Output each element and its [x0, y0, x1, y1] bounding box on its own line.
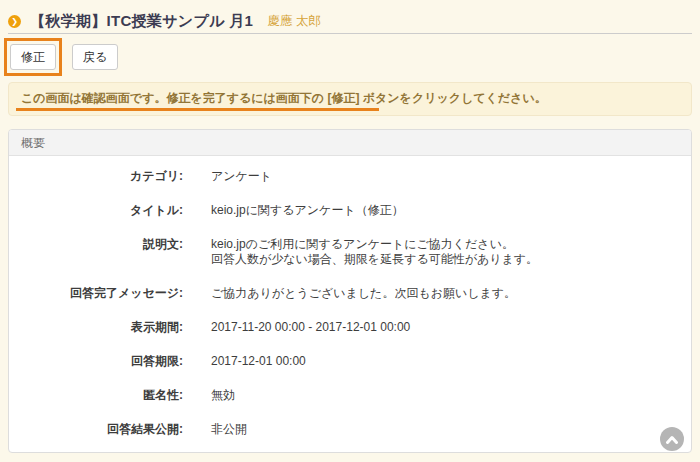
field-value: ご協力ありがとうございました。次回もお願いします。: [211, 286, 516, 301]
field-row-category: カテゴリ: アンケート: [9, 169, 691, 184]
edit-button[interactable]: 修正: [10, 44, 56, 70]
field-row-anonymity: 匿名性: 無効: [9, 388, 691, 403]
field-label: 匿名性:: [9, 388, 183, 403]
back-button[interactable]: 戻る: [72, 44, 118, 70]
field-value: 2017-12-01 00:00: [211, 354, 306, 369]
scroll-to-top-button[interactable]: [660, 427, 684, 451]
overview-panel: 概要 カテゴリ: アンケート タイトル: keio.jpに関するアンケート（修正…: [8, 129, 692, 453]
header-divider: [8, 33, 692, 34]
panel-body: カテゴリ: アンケート タイトル: keio.jpに関するアンケート（修正） 説…: [9, 156, 691, 437]
field-value: keio.jpに関するアンケート（修正）: [211, 203, 404, 218]
field-row-title: タイトル: keio.jpに関するアンケート（修正）: [9, 203, 691, 218]
page: ❯ 【秋学期】ITC授業サンプル 月1 慶應 太郎 修正 戻る この画面は確認画…: [0, 0, 700, 462]
annotation-highlight-box: 修正: [4, 38, 62, 76]
field-value: keio.jpのご利用に関するアンケートにご協力ください。 回答人数が少ない場合…: [211, 237, 538, 267]
field-row-completion-message: 回答完了メッセージ: ご協力ありがとうございました。次回もお願いします。: [9, 286, 691, 301]
owner-name: 慶應 太郎: [267, 13, 320, 30]
field-label: 回答結果公開:: [9, 422, 183, 437]
field-label: カテゴリ:: [9, 169, 183, 184]
field-label: 説明文:: [9, 237, 183, 267]
toolbar: 修正 戻る: [8, 39, 692, 75]
annotation-underline: [16, 108, 379, 111]
field-value: 2017-11-20 00:00 - 2017-12-01 00:00: [211, 320, 410, 335]
field-label: 回答期限:: [9, 354, 183, 369]
chevron-up-icon: [666, 435, 678, 444]
field-row-answer-deadline: 回答期限: 2017-12-01 00:00: [9, 354, 691, 369]
notice-text: この画面は確認画面です。修正を完了するには画面下の [修正] ボタンをクリックし…: [21, 91, 547, 105]
field-label: 回答完了メッセージ:: [9, 286, 183, 301]
field-value: アンケート: [211, 169, 272, 184]
page-header: ❯ 【秋学期】ITC授業サンプル 月1 慶應 太郎: [8, 0, 692, 33]
field-row-display-period: 表示期間: 2017-11-20 00:00 - 2017-12-01 00:0…: [9, 320, 691, 335]
field-row-result-publication: 回答結果公開: 非公開: [9, 422, 691, 437]
field-row-description: 説明文: keio.jpのご利用に関するアンケートにご協力ください。 回答人数が…: [9, 237, 691, 267]
chevron-right-circle-icon: ❯: [8, 15, 21, 28]
field-value: 非公開: [211, 422, 247, 437]
field-value: 無効: [211, 388, 235, 403]
page-title: 【秋学期】ITC授業サンプル 月1: [30, 12, 253, 31]
panel-header-title: 概要: [9, 130, 691, 156]
field-label: 表示期間:: [9, 320, 183, 335]
field-label: タイトル:: [9, 203, 183, 218]
confirmation-notice: この画面は確認画面です。修正を完了するには画面下の [修正] ボタンをクリックし…: [8, 82, 692, 116]
